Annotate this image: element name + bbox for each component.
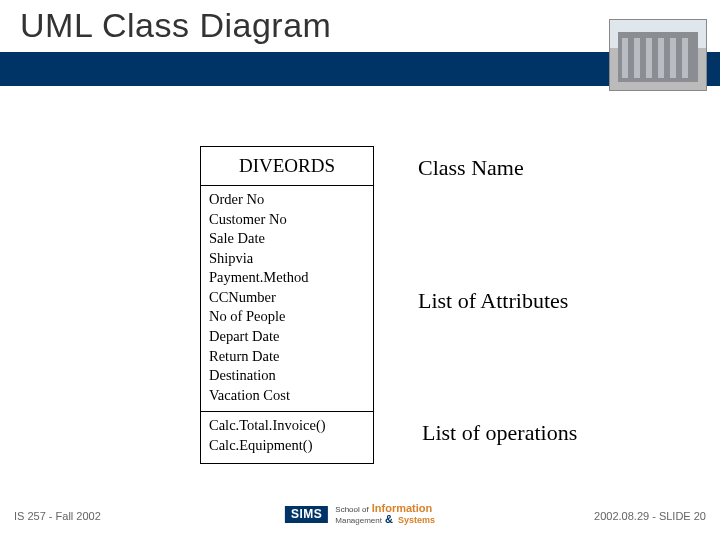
uml-operation: Calc.Equipment() [209, 436, 365, 456]
logo-information: Information [372, 502, 433, 514]
sims-logo-box: SIMS [285, 506, 328, 523]
footer-date-slide: 2002.08.29 - SLIDE 20 [594, 510, 706, 522]
uml-operations: Calc.Total.Invoice() Calc.Equipment() [201, 412, 373, 463]
uml-attributes: Order No Customer No Sale Date Shipvia P… [201, 186, 373, 412]
annotation-class-name: Class Name [418, 155, 524, 181]
uml-attribute: Payment.Method [209, 268, 365, 288]
footer-course: IS 257 - Fall 2002 [14, 510, 101, 522]
logo-ampersand: & [385, 513, 393, 525]
logo-line1: School of [335, 505, 368, 514]
sims-logo-text: School of Information Management & Syste… [335, 503, 435, 526]
uml-attribute: CCNumber [209, 288, 365, 308]
uml-attribute: Shipvia [209, 249, 365, 269]
uml-attribute: Return Date [209, 347, 365, 367]
uml-attribute: No of People [209, 307, 365, 327]
annotation-attributes: List of Attributes [418, 288, 568, 314]
uml-class-box: DIVEORDS Order No Customer No Sale Date … [200, 146, 374, 464]
uml-attribute: Vacation Cost [209, 386, 365, 406]
logo-management: Management [335, 516, 382, 525]
decorative-photo [610, 20, 706, 90]
sims-logo: SIMS School of Information Management & … [285, 503, 435, 526]
uml-attribute: Depart Date [209, 327, 365, 347]
uml-attribute: Sale Date [209, 229, 365, 249]
uml-class-name: DIVEORDS [201, 147, 373, 186]
slide-title: UML Class Diagram [20, 6, 331, 45]
uml-operation: Calc.Total.Invoice() [209, 416, 365, 436]
uml-attribute: Order No [209, 190, 365, 210]
uml-attribute: Destination [209, 366, 365, 386]
annotation-operations: List of operations [422, 420, 577, 446]
logo-systems: Systems [398, 515, 435, 525]
uml-attribute: Customer No [209, 210, 365, 230]
